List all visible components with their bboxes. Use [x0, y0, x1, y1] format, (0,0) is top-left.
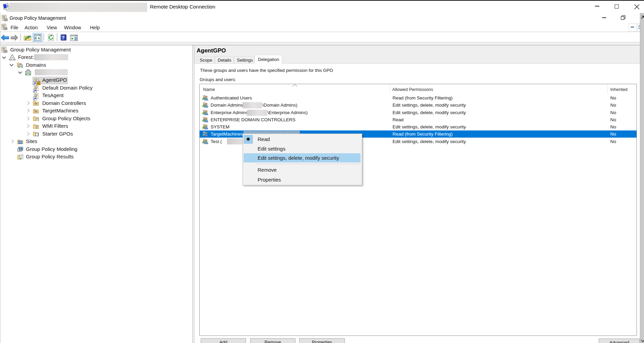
svg-text:?: ? — [62, 35, 65, 40]
